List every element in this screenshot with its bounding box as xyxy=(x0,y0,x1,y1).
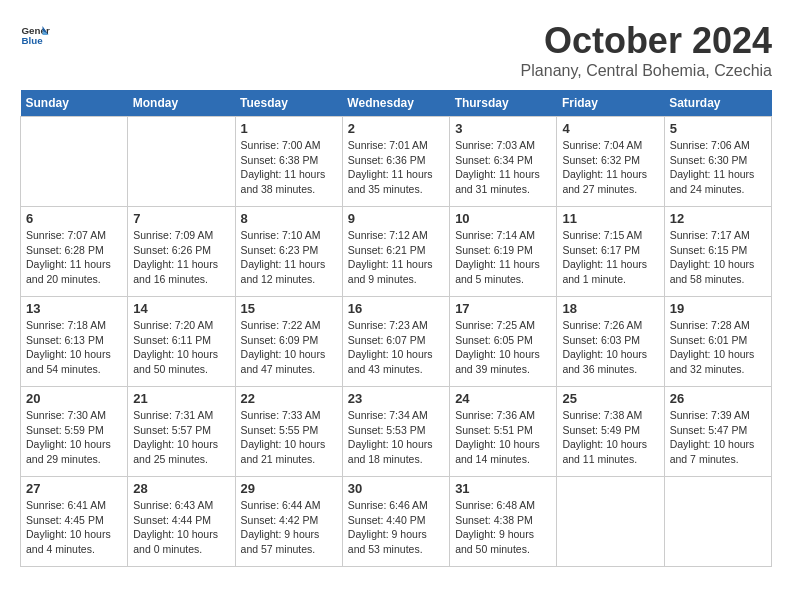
calendar-cell: 25Sunrise: 7:38 AMSunset: 5:49 PMDayligh… xyxy=(557,387,664,477)
calendar-cell: 12Sunrise: 7:17 AMSunset: 6:15 PMDayligh… xyxy=(664,207,771,297)
day-number: 17 xyxy=(455,301,551,316)
day-number: 16 xyxy=(348,301,444,316)
day-number: 2 xyxy=(348,121,444,136)
day-number: 25 xyxy=(562,391,658,406)
day-number: 28 xyxy=(133,481,229,496)
calendar-cell: 5Sunrise: 7:06 AMSunset: 6:30 PMDaylight… xyxy=(664,117,771,207)
calendar-cell: 1Sunrise: 7:00 AMSunset: 6:38 PMDaylight… xyxy=(235,117,342,207)
header-monday: Monday xyxy=(128,90,235,117)
calendar-cell: 17Sunrise: 7:25 AMSunset: 6:05 PMDayligh… xyxy=(450,297,557,387)
week-row-5: 27Sunrise: 6:41 AMSunset: 4:45 PMDayligh… xyxy=(21,477,772,567)
day-number: 8 xyxy=(241,211,337,226)
week-row-4: 20Sunrise: 7:30 AMSunset: 5:59 PMDayligh… xyxy=(21,387,772,477)
month-title: October 2024 xyxy=(521,20,772,62)
title-area: October 2024 Planany, Central Bohemia, C… xyxy=(521,20,772,80)
day-number: 5 xyxy=(670,121,766,136)
day-number: 22 xyxy=(241,391,337,406)
day-number: 3 xyxy=(455,121,551,136)
calendar-cell: 15Sunrise: 7:22 AMSunset: 6:09 PMDayligh… xyxy=(235,297,342,387)
calendar-cell: 23Sunrise: 7:34 AMSunset: 5:53 PMDayligh… xyxy=(342,387,449,477)
calendar-cell: 30Sunrise: 6:46 AMSunset: 4:40 PMDayligh… xyxy=(342,477,449,567)
day-info: Sunrise: 7:03 AMSunset: 6:34 PMDaylight:… xyxy=(455,138,551,197)
day-info: Sunrise: 7:26 AMSunset: 6:03 PMDaylight:… xyxy=(562,318,658,377)
day-info: Sunrise: 7:34 AMSunset: 5:53 PMDaylight:… xyxy=(348,408,444,467)
day-info: Sunrise: 6:43 AMSunset: 4:44 PMDaylight:… xyxy=(133,498,229,557)
day-number: 6 xyxy=(26,211,122,226)
week-row-2: 6Sunrise: 7:07 AMSunset: 6:28 PMDaylight… xyxy=(21,207,772,297)
calendar-cell: 6Sunrise: 7:07 AMSunset: 6:28 PMDaylight… xyxy=(21,207,128,297)
day-info: Sunrise: 7:06 AMSunset: 6:30 PMDaylight:… xyxy=(670,138,766,197)
day-info: Sunrise: 7:31 AMSunset: 5:57 PMDaylight:… xyxy=(133,408,229,467)
day-info: Sunrise: 7:18 AMSunset: 6:13 PMDaylight:… xyxy=(26,318,122,377)
day-info: Sunrise: 7:00 AMSunset: 6:38 PMDaylight:… xyxy=(241,138,337,197)
day-info: Sunrise: 7:14 AMSunset: 6:19 PMDaylight:… xyxy=(455,228,551,287)
calendar-cell: 29Sunrise: 6:44 AMSunset: 4:42 PMDayligh… xyxy=(235,477,342,567)
day-number: 29 xyxy=(241,481,337,496)
day-info: Sunrise: 7:38 AMSunset: 5:49 PMDaylight:… xyxy=(562,408,658,467)
header-wednesday: Wednesday xyxy=(342,90,449,117)
calendar-cell: 31Sunrise: 6:48 AMSunset: 4:38 PMDayligh… xyxy=(450,477,557,567)
calendar-cell xyxy=(664,477,771,567)
calendar-cell: 4Sunrise: 7:04 AMSunset: 6:32 PMDaylight… xyxy=(557,117,664,207)
calendar-cell: 22Sunrise: 7:33 AMSunset: 5:55 PMDayligh… xyxy=(235,387,342,477)
day-number: 12 xyxy=(670,211,766,226)
header-friday: Friday xyxy=(557,90,664,117)
day-info: Sunrise: 7:12 AMSunset: 6:21 PMDaylight:… xyxy=(348,228,444,287)
logo-icon: General Blue xyxy=(20,20,50,50)
header-sunday: Sunday xyxy=(21,90,128,117)
day-info: Sunrise: 6:48 AMSunset: 4:38 PMDaylight:… xyxy=(455,498,551,557)
day-info: Sunrise: 7:36 AMSunset: 5:51 PMDaylight:… xyxy=(455,408,551,467)
day-number: 30 xyxy=(348,481,444,496)
calendar-cell: 9Sunrise: 7:12 AMSunset: 6:21 PMDaylight… xyxy=(342,207,449,297)
day-number: 15 xyxy=(241,301,337,316)
calendar-cell: 27Sunrise: 6:41 AMSunset: 4:45 PMDayligh… xyxy=(21,477,128,567)
calendar-cell: 19Sunrise: 7:28 AMSunset: 6:01 PMDayligh… xyxy=(664,297,771,387)
day-info: Sunrise: 7:09 AMSunset: 6:26 PMDaylight:… xyxy=(133,228,229,287)
day-number: 23 xyxy=(348,391,444,406)
day-info: Sunrise: 7:07 AMSunset: 6:28 PMDaylight:… xyxy=(26,228,122,287)
day-number: 19 xyxy=(670,301,766,316)
calendar-cell xyxy=(128,117,235,207)
calendar-cell: 16Sunrise: 7:23 AMSunset: 6:07 PMDayligh… xyxy=(342,297,449,387)
day-info: Sunrise: 7:25 AMSunset: 6:05 PMDaylight:… xyxy=(455,318,551,377)
calendar-cell: 7Sunrise: 7:09 AMSunset: 6:26 PMDaylight… xyxy=(128,207,235,297)
day-info: Sunrise: 7:10 AMSunset: 6:23 PMDaylight:… xyxy=(241,228,337,287)
calendar-cell: 26Sunrise: 7:39 AMSunset: 5:47 PMDayligh… xyxy=(664,387,771,477)
day-number: 27 xyxy=(26,481,122,496)
calendar-cell xyxy=(21,117,128,207)
day-number: 24 xyxy=(455,391,551,406)
day-number: 31 xyxy=(455,481,551,496)
day-info: Sunrise: 6:41 AMSunset: 4:45 PMDaylight:… xyxy=(26,498,122,557)
calendar-table: Sunday Monday Tuesday Wednesday Thursday… xyxy=(20,90,772,567)
day-number: 21 xyxy=(133,391,229,406)
week-row-3: 13Sunrise: 7:18 AMSunset: 6:13 PMDayligh… xyxy=(21,297,772,387)
day-info: Sunrise: 7:28 AMSunset: 6:01 PMDaylight:… xyxy=(670,318,766,377)
calendar-cell: 10Sunrise: 7:14 AMSunset: 6:19 PMDayligh… xyxy=(450,207,557,297)
day-number: 7 xyxy=(133,211,229,226)
calendar-cell: 2Sunrise: 7:01 AMSunset: 6:36 PMDaylight… xyxy=(342,117,449,207)
day-info: Sunrise: 7:23 AMSunset: 6:07 PMDaylight:… xyxy=(348,318,444,377)
day-info: Sunrise: 7:01 AMSunset: 6:36 PMDaylight:… xyxy=(348,138,444,197)
calendar-cell: 13Sunrise: 7:18 AMSunset: 6:13 PMDayligh… xyxy=(21,297,128,387)
day-info: Sunrise: 6:46 AMSunset: 4:40 PMDaylight:… xyxy=(348,498,444,557)
day-info: Sunrise: 7:04 AMSunset: 6:32 PMDaylight:… xyxy=(562,138,658,197)
logo: General Blue xyxy=(20,20,50,50)
day-number: 20 xyxy=(26,391,122,406)
week-row-1: 1Sunrise: 7:00 AMSunset: 6:38 PMDaylight… xyxy=(21,117,772,207)
calendar-cell: 8Sunrise: 7:10 AMSunset: 6:23 PMDaylight… xyxy=(235,207,342,297)
day-number: 13 xyxy=(26,301,122,316)
calendar-cell: 24Sunrise: 7:36 AMSunset: 5:51 PMDayligh… xyxy=(450,387,557,477)
day-info: Sunrise: 7:15 AMSunset: 6:17 PMDaylight:… xyxy=(562,228,658,287)
day-headers-row: Sunday Monday Tuesday Wednesday Thursday… xyxy=(21,90,772,117)
calendar-cell: 21Sunrise: 7:31 AMSunset: 5:57 PMDayligh… xyxy=(128,387,235,477)
day-info: Sunrise: 7:20 AMSunset: 6:11 PMDaylight:… xyxy=(133,318,229,377)
day-number: 26 xyxy=(670,391,766,406)
day-number: 10 xyxy=(455,211,551,226)
calendar-cell: 18Sunrise: 7:26 AMSunset: 6:03 PMDayligh… xyxy=(557,297,664,387)
day-number: 18 xyxy=(562,301,658,316)
day-info: Sunrise: 7:22 AMSunset: 6:09 PMDaylight:… xyxy=(241,318,337,377)
calendar-cell xyxy=(557,477,664,567)
day-info: Sunrise: 7:33 AMSunset: 5:55 PMDaylight:… xyxy=(241,408,337,467)
day-info: Sunrise: 7:39 AMSunset: 5:47 PMDaylight:… xyxy=(670,408,766,467)
day-info: Sunrise: 6:44 AMSunset: 4:42 PMDaylight:… xyxy=(241,498,337,557)
